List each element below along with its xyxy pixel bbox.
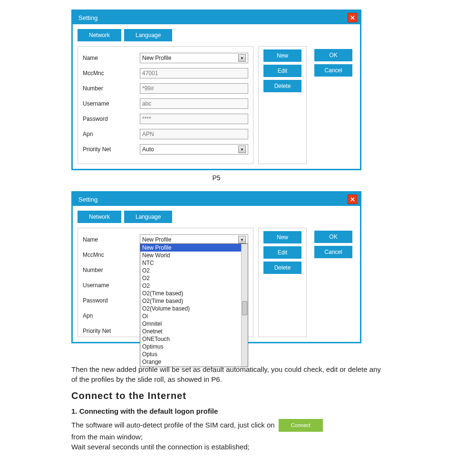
apn-input[interactable] — [140, 129, 248, 139]
setting-dialog-p6: Setting ✕ Network Language Name New Prof… — [71, 191, 361, 343]
close-icon[interactable]: ✕ — [348, 194, 357, 204]
edit-button[interactable]: Edit — [263, 65, 301, 77]
username-label: Username — [83, 100, 140, 107]
ok-button[interactable]: OK — [314, 49, 352, 61]
profile-option[interactable]: O2(Time based) — [140, 290, 248, 297]
titlebar: Setting ✕ — [73, 11, 360, 24]
chevron-down-icon: ▼ — [238, 54, 246, 62]
form-panel: Name New Profile ▼ MccMnc Number Usernam… — [78, 228, 253, 337]
tab-language[interactable]: Language — [124, 211, 172, 223]
delete-button[interactable]: Delete — [263, 80, 301, 92]
setting-dialog-p5: Setting ✕ Network Language Name New Prof… — [71, 10, 361, 170]
cancel-button[interactable]: Cancel — [314, 246, 352, 258]
cancel-button[interactable]: Cancel — [314, 64, 352, 77]
ok-button[interactable]: OK — [314, 231, 352, 243]
tab-bar: Network Language — [73, 24, 360, 41]
profile-option[interactable]: Oi — [140, 312, 248, 320]
profile-option[interactable]: O2 — [140, 282, 248, 290]
profile-option[interactable]: NTC — [140, 259, 248, 267]
dialog-title: Setting — [78, 196, 97, 203]
tab-network[interactable]: Network — [78, 211, 121, 223]
profile-option[interactable]: O2(Time based) — [140, 297, 248, 305]
doc-heading: Connect to the Internet — [71, 389, 385, 402]
name-select[interactable]: New Profile ▼ — [140, 53, 248, 63]
chevron-down-icon: ▼ — [238, 146, 246, 153]
priority-select[interactable]: Auto ▼ — [140, 144, 248, 155]
name-value: New Profile — [142, 236, 171, 243]
apn-label: Apn — [83, 131, 140, 137]
close-icon[interactable]: ✕ — [348, 13, 357, 22]
number-input[interactable] — [140, 83, 248, 94]
doc-subheading: 1. Connecting with the default logon pro… — [71, 406, 385, 416]
number-label: Number — [83, 85, 140, 92]
scrollbar-thumb[interactable] — [242, 301, 247, 315]
name-label: Name — [83, 55, 140, 61]
doc-paragraph: Then the new added profile will be set a… — [71, 364, 385, 384]
scrollbar[interactable] — [241, 244, 248, 367]
new-button[interactable]: New — [263, 49, 301, 62]
mccmnc-label: MccMnc — [83, 70, 140, 77]
tab-network[interactable]: Network — [78, 29, 121, 41]
side-buttons-panel: New Edit Delete — [258, 46, 307, 164]
profile-option[interactable]: Omnitel — [140, 320, 248, 328]
caption-p5: P5 — [71, 174, 361, 182]
chevron-down-icon: ▼ — [238, 236, 246, 243]
priority-value: Auto — [142, 146, 154, 153]
edit-button[interactable]: Edit — [263, 246, 301, 259]
name-value: New Profile — [142, 55, 171, 61]
profile-option[interactable]: Optimus — [140, 343, 248, 350]
doc-line: The software will auto-detect profile of… — [71, 419, 385, 432]
profile-option[interactable]: New Profile — [140, 244, 248, 252]
profile-option[interactable]: O2 — [140, 274, 248, 282]
new-button[interactable]: New — [263, 231, 301, 243]
apn-label: Apn — [83, 312, 140, 319]
dialog-title: Setting — [78, 14, 97, 21]
password-label: Password — [83, 116, 140, 122]
name-label: Name — [83, 236, 140, 243]
tab-bar: Network Language — [73, 206, 360, 223]
titlebar: Setting ✕ — [73, 193, 360, 206]
profile-dropdown-list[interactable]: New ProfileNew WorldNTCO2O2O2O2(Time bas… — [140, 243, 248, 367]
action-buttons-panel: OK Cancel — [311, 46, 355, 164]
dialog-body: Name New Profile ▼ MccMnc Number Usernam… — [73, 223, 360, 342]
connect-button[interactable]: Connect — [279, 419, 323, 432]
priority-label: Priority Net — [83, 146, 140, 153]
username-label: Username — [83, 282, 140, 289]
doc-line-2: Wait several seconds until the connectio… — [71, 442, 385, 452]
profile-option[interactable]: Onetnet — [140, 328, 248, 335]
profile-option[interactable]: Optus — [140, 350, 248, 358]
delete-button[interactable]: Delete — [263, 262, 301, 274]
dialog-body: Name New Profile ▼ MccMnc Number Usernam… — [73, 41, 360, 169]
profile-option[interactable]: New World — [140, 252, 248, 259]
form-panel: Name New Profile ▼ MccMnc Number Usernam… — [78, 46, 253, 164]
doc-line-1a: The software will auto-detect profile of… — [71, 421, 275, 429]
tab-language[interactable]: Language — [124, 29, 172, 41]
profile-option[interactable]: O2(Volume based) — [140, 305, 248, 312]
profile-option[interactable]: Orange — [140, 358, 248, 366]
side-buttons-panel: New Edit Delete — [258, 228, 307, 337]
profile-option[interactable]: O2 — [140, 267, 248, 274]
profile-option[interactable]: Orange — [140, 366, 248, 367]
mccmnc-label: MccMnc — [83, 252, 140, 258]
mccmnc-input[interactable] — [140, 68, 248, 78]
profile-option[interactable]: ONETouch — [140, 335, 248, 343]
number-label: Number — [83, 267, 140, 273]
priority-label: Priority Net — [83, 328, 140, 334]
action-buttons-panel: OK Cancel — [311, 228, 355, 337]
username-input[interactable] — [140, 98, 248, 109]
password-label: Password — [83, 297, 140, 304]
doc-line-1b: from the main window; — [71, 432, 385, 442]
password-input[interactable] — [140, 114, 248, 124]
